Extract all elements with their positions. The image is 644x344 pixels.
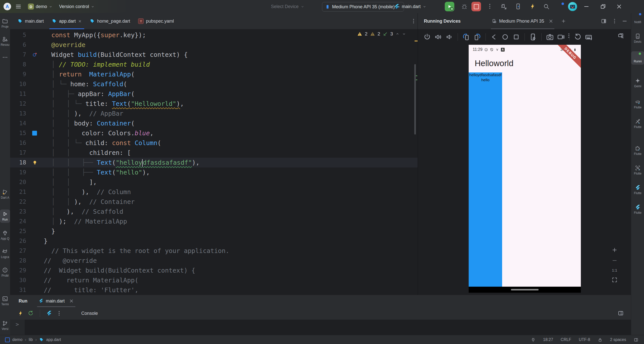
code-line[interactable]: 29// Widget build(BuildContext context) … xyxy=(10,266,418,275)
right-bar-item-notifi-0[interactable]: Notifi xyxy=(631,14,644,24)
replay-icon[interactable] xyxy=(573,33,583,41)
prev-issue-icon[interactable] xyxy=(395,32,399,36)
override-marker-icon[interactable] xyxy=(32,52,37,57)
window-close-icon[interactable] xyxy=(616,3,622,10)
line-number[interactable]: 6 xyxy=(10,40,29,50)
right-bar-item-devic-1[interactable]: Devic xyxy=(631,33,644,44)
status-widget-crlf[interactable]: CRLF xyxy=(561,337,571,342)
right-bar-item-flutte-6[interactable]: Flutte xyxy=(631,145,644,156)
device-selector[interactable]: Medium Phone API 35 (mobile) xyxy=(322,2,404,12)
run-button[interactable] xyxy=(445,2,454,11)
right-bar-item-flutte-5[interactable]: Flutte xyxy=(631,118,644,129)
code-line[interactable]: 21 │ │ ), // Column xyxy=(10,187,418,197)
emulator-screen[interactable]: 11:29 A 3G Helloworld helloydfasdsafasdf… xyxy=(469,45,581,293)
project-widget[interactable]: D demo xyxy=(26,2,55,11)
code-line[interactable]: 23 │ ), // Scaffold xyxy=(10,207,418,217)
add-device-tab-icon[interactable] xyxy=(561,19,566,24)
line-number[interactable]: 10 xyxy=(10,79,29,89)
code-line[interactable]: 5 const MyApp({super.key}); xyxy=(10,30,418,40)
vcs-widget[interactable]: Version control xyxy=(57,2,97,11)
window-minimize-icon[interactable] xyxy=(583,3,590,10)
code-line[interactable]: 7 Widget build(BuildContext context) { xyxy=(10,50,418,60)
line-number[interactable]: 13 xyxy=(10,109,29,118)
vol-down-icon[interactable] xyxy=(445,33,454,41)
flutter-tools-icon[interactable] xyxy=(46,310,52,316)
code-line[interactable]: 17 │ │ children: [ xyxy=(10,148,418,158)
phone-nav-bar[interactable] xyxy=(469,287,581,293)
code-line[interactable]: 31// title: 'Flutter', xyxy=(10,285,418,295)
status-widget-2-spaces[interactable]: 2 spaces xyxy=(610,337,626,342)
code-area[interactable]: 5 const MyApp({super.key});6 @override7 … xyxy=(10,30,418,295)
breadcrumb-folder[interactable]: lib xyxy=(29,337,33,342)
line-number[interactable]: 24 xyxy=(10,217,29,226)
code-line[interactable]: 6 @override xyxy=(10,40,418,50)
left-bar-item-logca[interactable]: Logca xyxy=(0,248,10,259)
right-bar-item-gemi-3[interactable]: Gemi xyxy=(631,78,644,88)
line-number[interactable]: 26 xyxy=(10,236,29,246)
line-number[interactable]: 25 xyxy=(10,226,29,236)
gesture-pill[interactable] xyxy=(511,289,539,290)
device-more-icon[interactable] xyxy=(566,33,572,39)
line-number[interactable]: 15 xyxy=(10,128,29,138)
error-stripe-warning-mark[interactable] xyxy=(415,40,418,41)
rotate-left-icon[interactable] xyxy=(461,33,471,41)
line-number[interactable]: 30 xyxy=(10,275,29,285)
right-bar-item-flutte-7[interactable]: Flutte xyxy=(631,165,644,175)
more-actions-icon[interactable] xyxy=(487,3,493,10)
line-number[interactable]: 9 xyxy=(10,69,29,79)
code-line[interactable]: 15 │ │ color: Colors.blue, xyxy=(10,128,418,138)
debug-button[interactable] xyxy=(461,3,468,10)
device-tab[interactable]: Medium Phone API 35 xyxy=(491,13,554,29)
right-bar-item-flutte-9[interactable]: Flutte xyxy=(631,204,644,214)
zoom-scale-label[interactable]: 1:1 xyxy=(612,268,617,272)
code-line[interactable]: 27 // This widget is the root of your ap… xyxy=(10,246,418,256)
line-number[interactable]: 14 xyxy=(10,118,29,128)
vol-up-icon[interactable] xyxy=(433,33,443,41)
split-panel-icon[interactable] xyxy=(618,310,624,316)
line-number[interactable]: 8 xyxy=(10,60,29,69)
device-mirror-icon[interactable] xyxy=(515,3,521,10)
line-number[interactable]: 28 xyxy=(10,256,29,266)
editor-scrollbar[interactable] xyxy=(414,64,416,135)
line-number[interactable]: 11 xyxy=(10,89,29,99)
breadcrumb-project[interactable]: demo xyxy=(12,337,22,342)
left-bar-item-termi[interactable]: Termi xyxy=(0,296,10,306)
window-restore-icon[interactable] xyxy=(600,3,606,10)
select-device-button[interactable]: Select Device xyxy=(271,0,304,13)
code-line[interactable]: 19 │ │ ├── Text("hello"), xyxy=(10,167,418,177)
code-line[interactable]: 10 │ └─ home: Scaffold( xyxy=(10,79,418,89)
line-number[interactable]: 17 xyxy=(10,148,29,158)
left-bar-item-app-q[interactable]: App Q xyxy=(0,230,10,240)
main-menu-icon[interactable] xyxy=(15,3,22,10)
left-bar-item-run[interactable]: Run xyxy=(0,209,10,223)
close-icon[interactable] xyxy=(69,298,74,304)
code-line[interactable]: 8 │ // TODO: implement build xyxy=(10,60,418,69)
status-widget-utf-8[interactable]: UTF-8 xyxy=(579,337,590,342)
left-bar-item-dart-a[interactable]: Dart A xyxy=(0,189,10,199)
panel-hide-icon[interactable] xyxy=(622,18,628,24)
line-number[interactable]: 23 xyxy=(10,207,29,217)
line-number[interactable]: 7 xyxy=(10,50,29,60)
split-icon[interactable] xyxy=(634,337,638,342)
line-number[interactable]: 16 xyxy=(10,138,29,148)
code-editor[interactable]: 5 const MyApp({super.key});6 @override7 … xyxy=(10,29,418,295)
right-bar-item-runni-2[interactable]: Runni xyxy=(631,51,644,65)
code-line[interactable]: 22 │ │ ), // Container xyxy=(10,197,418,207)
line-number[interactable]: 5 xyxy=(10,30,29,40)
inspections-widget[interactable]: 2 2 3 xyxy=(357,31,406,37)
fit-to-window-icon[interactable] xyxy=(612,277,618,283)
zoom-in-icon[interactable] xyxy=(612,247,618,253)
code-line[interactable]: 13 │ │ ), // AppBar xyxy=(10,109,418,118)
plug-icon[interactable] xyxy=(531,337,536,342)
code-line[interactable]: 25 } xyxy=(10,226,418,236)
code-line[interactable]: 28// @override xyxy=(10,256,418,266)
console-tab-label[interactable]: Console xyxy=(81,311,98,316)
line-number[interactable]: 31 xyxy=(10,285,29,295)
close-icon[interactable] xyxy=(78,19,82,23)
intention-bulb-icon[interactable] xyxy=(32,160,37,165)
nav-back-icon[interactable] xyxy=(489,33,499,41)
editor-tab-app.dart[interactable]: app.dart xyxy=(48,13,86,29)
color-swatch-blue[interactable] xyxy=(32,131,37,136)
code-line[interactable]: 18 │ │ ├── Text("helloydfasdsafasdf"), xyxy=(10,158,418,167)
line-number[interactable]: 18 xyxy=(10,158,29,167)
